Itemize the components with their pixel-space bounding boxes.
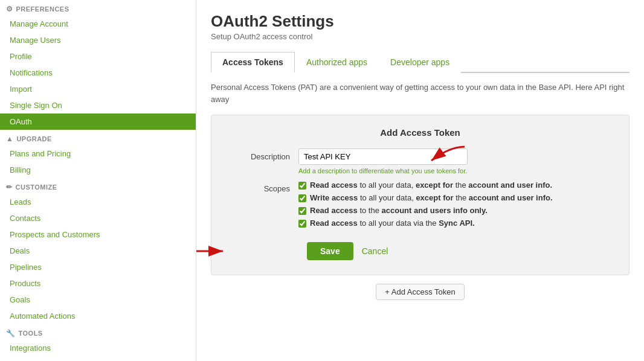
scope-item-1: Read access to all your data, except for… xyxy=(298,180,614,190)
scopes-label: Scopes xyxy=(226,180,298,193)
main-content: OAuth2 Settings Setup OAuth2 access cont… xyxy=(196,0,644,361)
sidebar: ⚙PREFERENCESManage AccountManage UsersPr… xyxy=(0,0,196,361)
add-token-box: Add Access Token Description Add a descr… xyxy=(211,115,630,275)
description-row: Description Add a description to differe… xyxy=(226,149,614,174)
page-subtitle: Setup OAuth2 access control xyxy=(211,32,630,41)
sidebar-item-goals[interactable]: Goals xyxy=(0,292,196,308)
sidebar-item-contacts[interactable]: Contacts xyxy=(0,210,196,226)
description-hint: Add a description to differentiate what … xyxy=(298,167,614,174)
sidebar-item-products[interactable]: Products xyxy=(0,275,196,292)
arrow-to-save-icon xyxy=(196,242,229,260)
scope-checkbox-3[interactable] xyxy=(298,207,306,215)
page-title: OAuth2 Settings xyxy=(211,12,630,31)
sidebar-item-pipelines[interactable]: Pipelines xyxy=(0,259,196,275)
add-token-section: + Add Access Token xyxy=(211,284,630,300)
preferences-icon: ⚙ xyxy=(6,5,13,13)
sidebar-item-leads[interactable]: Leads xyxy=(0,194,196,210)
customize-icon: ✏ xyxy=(6,183,13,191)
scope-item-4: Read access to all your data via the Syn… xyxy=(298,219,614,228)
sidebar-item-manage-users[interactable]: Manage Users xyxy=(0,32,196,48)
sidebar-section-tools: 🔧TOOLS xyxy=(0,324,196,340)
sidebar-item-deals[interactable]: Deals xyxy=(0,243,196,259)
sidebar-section-customize: ✏CUSTOMIZE xyxy=(0,178,196,194)
scopes-row: Scopes Read access to all your data, exc… xyxy=(226,180,614,231)
info-text: Personal Access Tokens (PAT) are a conve… xyxy=(211,81,630,105)
scope-checkbox-4[interactable] xyxy=(298,220,306,228)
save-button[interactable]: Save xyxy=(307,242,353,260)
description-field: Add a description to differentiate what … xyxy=(298,149,614,174)
arrow-to-input-icon xyxy=(419,144,468,168)
sidebar-item-automated-actions[interactable]: Automated Actions xyxy=(0,308,196,324)
sidebar-item-notifications[interactable]: Notifications xyxy=(0,65,196,81)
sidebar-item-plans-and-pricing[interactable]: Plans and Pricing xyxy=(0,145,196,162)
sidebar-item-single-sign-on[interactable]: Single Sign On xyxy=(0,97,196,113)
sidebar-item-integrations[interactable]: Integrations xyxy=(0,340,196,356)
scopes-list: Read access to all your data, except for… xyxy=(298,180,614,228)
sidebar-item-oauth[interactable]: OAuth xyxy=(0,113,196,130)
sidebar-section-preferences: ⚙PREFERENCES xyxy=(0,0,196,16)
scope-checkbox-2[interactable] xyxy=(298,194,306,202)
description-label: Description xyxy=(226,149,298,161)
scopes-field: Read access to all your data, except for… xyxy=(298,180,614,231)
scope-checkbox-1[interactable] xyxy=(298,182,306,190)
sidebar-section-upgrade: ▲UPGRADE xyxy=(0,130,196,145)
upgrade-icon: ▲ xyxy=(6,135,13,143)
scope-item-3: Read access to the account and users inf… xyxy=(298,206,614,215)
sidebar-item-billing[interactable]: Billing xyxy=(0,162,196,178)
add-access-token-button[interactable]: + Add Access Token xyxy=(376,284,464,300)
sidebar-item-prospects-and-customers[interactable]: Prospects and Customers xyxy=(0,226,196,243)
tab-developer-apps[interactable]: Developer apps xyxy=(379,52,461,73)
form-buttons: Save Cancel xyxy=(226,242,614,260)
sidebar-item-manage-account[interactable]: Manage Account xyxy=(0,16,196,32)
tools-icon: 🔧 xyxy=(6,329,16,337)
tab-authorized-apps[interactable]: Authorized apps xyxy=(295,52,379,73)
cancel-button[interactable]: Cancel xyxy=(362,246,388,256)
token-box-title: Add Access Token xyxy=(226,127,614,138)
tab-bar: Access Tokens Authorized apps Developer … xyxy=(211,51,630,73)
sidebar-item-profile[interactable]: Profile xyxy=(0,48,196,65)
tab-access-tokens[interactable]: Access Tokens xyxy=(211,52,295,73)
sidebar-item-calendars[interactable]: Calendars xyxy=(0,356,196,361)
sidebar-item-import[interactable]: Import xyxy=(0,81,196,97)
scope-item-2: Write access to all your data, except fo… xyxy=(298,193,614,202)
